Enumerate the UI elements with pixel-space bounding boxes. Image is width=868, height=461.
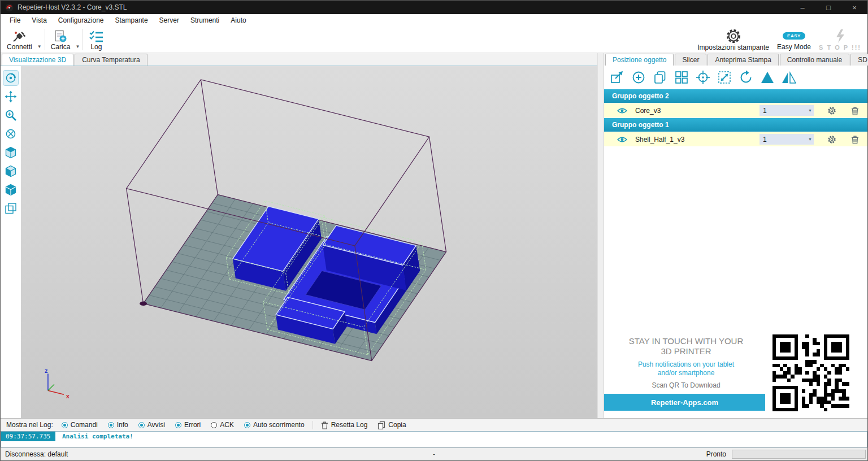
menu-configurazione[interactable]: Configurazione bbox=[53, 15, 110, 26]
reset-view-button[interactable] bbox=[3, 127, 18, 141]
group-2-title: Gruppo oggetto 2 bbox=[612, 92, 669, 100]
filter-auto-scorrimento[interactable]: Auto scorrimento bbox=[239, 420, 310, 430]
object-name: Shell_Half_1_v3 bbox=[635, 136, 684, 143]
filter-info[interactable]: Info bbox=[103, 420, 133, 430]
group-1-title: Gruppo oggetto 1 bbox=[612, 121, 669, 129]
tab-controllo-manuale[interactable]: Controllo manuale bbox=[780, 54, 849, 66]
filter-comandi[interactable]: Comandi bbox=[57, 420, 103, 430]
zoom-view-button[interactable] bbox=[3, 108, 18, 123]
count-value[interactable]: 1 bbox=[760, 136, 806, 143]
view-iso-button[interactable] bbox=[3, 182, 18, 197]
object-row-shell[interactable]: Shell_Half_1_v3 1 ▼ bbox=[604, 132, 867, 146]
delete-object-trash-icon[interactable] bbox=[851, 135, 859, 144]
add-object-button[interactable] bbox=[630, 69, 647, 86]
maximize-button[interactable]: □ bbox=[815, 1, 841, 14]
log-message: Analisi completata! bbox=[55, 432, 140, 441]
log-filter-bar: Mostra nel Log: Comandi Info Avvisi Erro… bbox=[1, 418, 867, 431]
log-timestamp: 09:37:57.735 bbox=[1, 432, 55, 441]
count-spinner[interactable]: 1 ▼ bbox=[760, 105, 814, 116]
main-toolbar: Connetti ▼ Carica ▼ Log Impostazioni sta… bbox=[1, 27, 867, 53]
autoposition-button[interactable] bbox=[673, 69, 690, 86]
minimize-button[interactable]: – bbox=[789, 1, 815, 14]
center-object-icon bbox=[696, 70, 710, 85]
object-group-header[interactable]: Gruppo oggetto 2 bbox=[604, 89, 867, 103]
object-settings-gear-icon[interactable] bbox=[827, 135, 836, 144]
tab-sd-card[interactable]: SD Card bbox=[850, 54, 868, 66]
load-dropdown[interactable]: ▼ bbox=[74, 27, 81, 53]
promo-subtext: Push notifications on your tablet bbox=[604, 360, 768, 368]
connect-button[interactable]: Connetti bbox=[3, 27, 36, 53]
tab-visualizzazione-3d[interactable]: Visualizzazione 3D bbox=[2, 54, 73, 66]
count-dropdown-icon[interactable]: ▼ bbox=[806, 108, 814, 112]
object-row-core[interactable]: Core_v3 1 ▼ bbox=[604, 103, 867, 118]
reset-log-button[interactable]: Resetta Log bbox=[316, 420, 373, 430]
object-settings-gear-icon[interactable] bbox=[827, 106, 836, 115]
filter-label: Info bbox=[117, 421, 128, 429]
menu-server[interactable]: Server bbox=[154, 15, 185, 26]
tab-posizione-oggetto[interactable]: Posizione oggetto bbox=[605, 54, 674, 66]
easy-mode-button[interactable]: EASY Easy Mode bbox=[773, 27, 815, 53]
menu-file[interactable]: File bbox=[4, 15, 26, 26]
count-dropdown-icon[interactable]: ▼ bbox=[806, 137, 814, 141]
view-top-button[interactable] bbox=[3, 145, 18, 160]
visibility-eye-icon[interactable] bbox=[617, 136, 627, 143]
log-toggle-button[interactable]: Log bbox=[85, 27, 107, 53]
panel-splitter[interactable] bbox=[597, 53, 604, 418]
object-group-header[interactable]: Gruppo oggetto 1 bbox=[604, 118, 867, 132]
rotate-view-button[interactable] bbox=[3, 71, 18, 85]
menu-vista[interactable]: Vista bbox=[26, 15, 52, 26]
easy-mode-label: Easy Mode bbox=[777, 43, 811, 51]
connect-label: Connetti bbox=[7, 43, 32, 51]
stop-button[interactable]: S T O P !!! bbox=[815, 27, 865, 53]
projection-toggle-button[interactable] bbox=[3, 201, 18, 216]
count-value[interactable]: 1 bbox=[760, 107, 806, 115]
gear-icon bbox=[726, 29, 741, 44]
tab-slicer[interactable]: Slicer bbox=[675, 54, 706, 66]
tab-curva-temperatura[interactable]: Curva Temperatura bbox=[75, 54, 147, 66]
view-front-button[interactable] bbox=[3, 164, 18, 179]
menu-aiuto[interactable]: Aiuto bbox=[225, 15, 251, 26]
menu-stampante[interactable]: Stampante bbox=[110, 15, 154, 26]
easy-badge: EASY bbox=[783, 29, 805, 43]
scale-object-button[interactable] bbox=[716, 69, 733, 86]
filter-avvisi[interactable]: Avvisi bbox=[133, 420, 170, 430]
status-center: - bbox=[433, 450, 435, 458]
mirror-object-button[interactable] bbox=[780, 69, 797, 86]
promo-headline: STAY IN TOUCH WITH YOUR bbox=[604, 336, 768, 346]
toolbar-separator bbox=[83, 29, 83, 50]
close-button[interactable]: × bbox=[841, 1, 867, 14]
qr-code bbox=[772, 334, 849, 411]
right-panel: Posizione oggetto Slicer Anteprima Stamp… bbox=[604, 53, 867, 418]
add-object-icon bbox=[631, 70, 646, 85]
printer-settings-button[interactable]: Impostazioni stampante bbox=[693, 27, 773, 53]
radio-icon bbox=[62, 422, 68, 428]
repetier-apps-button[interactable]: Repetier-Apps.com bbox=[604, 394, 765, 411]
promo-panel: STAY IN TOUCH WITH YOUR 3D PRINTER Push … bbox=[604, 333, 867, 418]
delete-object-trash-icon[interactable] bbox=[851, 106, 859, 115]
move-view-button[interactable] bbox=[3, 89, 18, 104]
log-checklist-icon bbox=[89, 29, 103, 43]
export-icon bbox=[610, 70, 624, 85]
copy-object-button[interactable] bbox=[652, 69, 669, 86]
log-output[interactable]: 09:37:57.735 Analisi completata! bbox=[1, 431, 867, 447]
lightning-icon bbox=[834, 29, 847, 44]
drop-object-button[interactable] bbox=[759, 69, 776, 86]
center-object-button[interactable] bbox=[695, 69, 711, 86]
projection-icon bbox=[5, 202, 17, 215]
tab-anteprima-stampa[interactable]: Anteprima Stampa bbox=[708, 54, 778, 66]
visibility-eye-icon[interactable] bbox=[617, 107, 627, 114]
filter-ack[interactable]: ACK bbox=[206, 420, 239, 430]
reset-view-icon bbox=[5, 128, 17, 140]
radio-icon bbox=[108, 422, 114, 428]
export-object-button[interactable] bbox=[609, 69, 626, 86]
count-spinner[interactable]: 1 ▼ bbox=[760, 134, 814, 145]
connect-dropdown[interactable]: ▼ bbox=[36, 27, 43, 53]
rotate-object-button[interactable] bbox=[737, 69, 754, 86]
zoom-icon bbox=[5, 109, 17, 121]
filter-errori[interactable]: Errori bbox=[170, 420, 206, 430]
viewport-3d-scene[interactable]: zx bbox=[21, 66, 597, 418]
view-area: Visualizzazione 3D Curva Temperatura bbox=[1, 53, 597, 418]
load-button[interactable]: Carica bbox=[47, 27, 75, 53]
menu-strumenti[interactable]: Strumenti bbox=[185, 15, 225, 26]
copy-log-button[interactable]: Copia bbox=[372, 420, 411, 430]
